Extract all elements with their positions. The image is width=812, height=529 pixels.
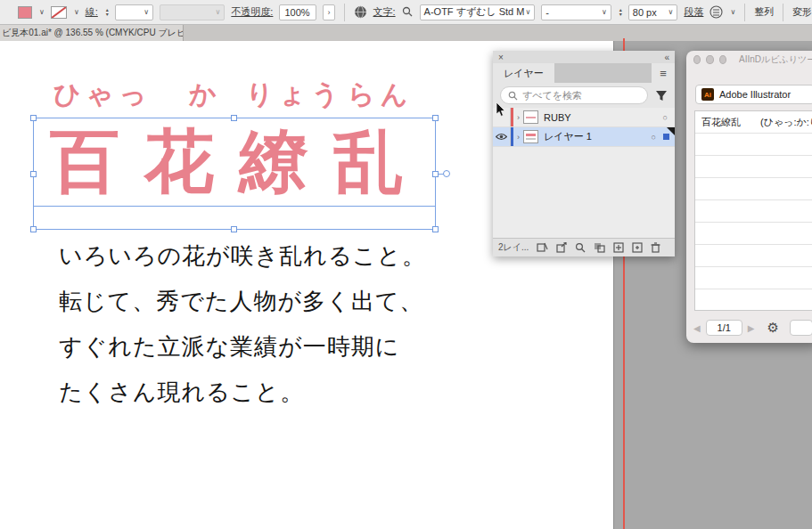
selection-handle[interactable] bbox=[231, 115, 237, 121]
selection-handle[interactable] bbox=[30, 115, 37, 121]
ruby-segment: ひゃっ bbox=[53, 77, 152, 113]
paragraph-align-icon[interactable] bbox=[709, 5, 723, 19]
stepper-down-icon[interactable]: ▾ bbox=[106, 12, 109, 17]
ruby-word-row[interactable]: 百花繚乱 (ひゃっ:か:り bbox=[695, 111, 812, 134]
release-to-layers-icon[interactable] bbox=[556, 242, 567, 253]
font-size-value: 80 px bbox=[633, 7, 657, 18]
font-search-icon[interactable] bbox=[402, 6, 414, 18]
locate-object-icon[interactable] bbox=[575, 242, 586, 253]
stroke-color-swatch[interactable] bbox=[51, 6, 67, 19]
selection-handle[interactable] bbox=[432, 171, 439, 177]
selection-handle[interactable] bbox=[30, 171, 37, 177]
ruby-word-list[interactable]: 百花繚乱 (ひゃっ:か:り bbox=[694, 110, 812, 311]
align-label[interactable]: 整列 bbox=[754, 5, 774, 19]
zoom-traffic-light[interactable] bbox=[719, 55, 726, 64]
opacity-label[interactable]: 不透明度: bbox=[231, 5, 273, 19]
ruby-word-row[interactable] bbox=[695, 156, 812, 178]
app-selector-value: Adobe Illustrator bbox=[719, 89, 791, 100]
layer-name[interactable]: レイヤー 1 bbox=[544, 130, 592, 143]
stroke-width-stepper[interactable]: ▴ ▾ bbox=[106, 8, 109, 17]
opacity-expand-button[interactable]: › bbox=[323, 4, 334, 20]
app-selector-combo[interactable]: Ai Adobe Illustrator bbox=[695, 85, 812, 104]
tab-layers[interactable]: レイヤー bbox=[493, 63, 554, 83]
trash-icon[interactable] bbox=[651, 242, 660, 253]
new-layer-icon[interactable] bbox=[632, 242, 643, 253]
fill-chevron-icon[interactable]: ∨ bbox=[39, 8, 45, 16]
font-size-combo[interactable]: 80 px ∨ bbox=[628, 4, 678, 20]
font-style-combo[interactable]: - ∨ bbox=[541, 4, 611, 20]
layer-thumbnail bbox=[523, 110, 538, 124]
expand-arrow-icon[interactable]: › bbox=[517, 113, 520, 122]
stroke-width-chevron-icon[interactable]: ∨ bbox=[144, 8, 149, 16]
eye-icon bbox=[496, 133, 507, 141]
ruby-word-row[interactable] bbox=[695, 245, 812, 267]
layers-search-input[interactable]: すべてを検索 bbox=[500, 86, 648, 104]
text-outport-icon[interactable] bbox=[443, 170, 450, 177]
paragraph-label[interactable]: 段落 bbox=[684, 5, 703, 19]
ruby-tool-window: AIInDルビふりツール v Ai Adobe Illustrator 百花繚乱… bbox=[686, 51, 812, 343]
new-sublayer-icon[interactable] bbox=[613, 242, 624, 253]
layer-row-ruby[interactable]: › RUBY ○ bbox=[493, 108, 675, 127]
gear-icon[interactable]: ⚙ bbox=[767, 320, 779, 336]
opacity-field[interactable]: 100% bbox=[279, 4, 316, 20]
target-circle-icon[interactable]: ○ bbox=[663, 113, 668, 122]
document-title: ビ見本01.ai* @ 136.55 % (CMYK/CPU プレビュー) bbox=[2, 27, 184, 39]
filter-funnel-icon[interactable] bbox=[655, 90, 668, 102]
stroke-label[interactable]: 線: bbox=[86, 5, 98, 19]
layer-row-layer1[interactable]: › レイヤー 1 ○ bbox=[493, 127, 675, 147]
font-style-chevron-icon[interactable]: ∨ bbox=[602, 8, 607, 16]
collect-for-export-icon[interactable] bbox=[537, 242, 548, 253]
page-indicator-field[interactable]: 1/1 bbox=[706, 320, 742, 336]
toolbar-divider bbox=[744, 4, 745, 21]
layer-name[interactable]: RUBY bbox=[544, 112, 571, 123]
ruby-word-row[interactable] bbox=[695, 134, 812, 156]
visibility-toggle[interactable] bbox=[493, 127, 511, 146]
layers-panel-footer: 2レイ... bbox=[493, 238, 675, 256]
font-family-chevron-icon[interactable]: ∨ bbox=[525, 8, 530, 16]
document-tab[interactable]: ビ見本01.ai* @ 136.55 % (CMYK/CPU プレビュー) bbox=[0, 25, 184, 41]
search-icon bbox=[508, 91, 518, 101]
stepper-down-icon[interactable]: ▾ bbox=[619, 12, 622, 17]
selection-handle[interactable] bbox=[30, 226, 37, 232]
fill-color-swatch[interactable] bbox=[18, 6, 32, 19]
ruby-word-row[interactable] bbox=[695, 289, 812, 312]
footer-partial-field[interactable] bbox=[790, 320, 812, 336]
font-family-combo[interactable]: A-OTF すずむし Std M ∨ bbox=[420, 4, 536, 20]
text-baseline-path bbox=[33, 206, 436, 207]
layers-panel-header: × « bbox=[493, 51, 675, 63]
ruby-word-row[interactable] bbox=[695, 200, 812, 223]
ruby-tool-footer: ◀ 1/1 ▶ ⚙ bbox=[686, 316, 812, 339]
prev-page-icon[interactable]: ◀ bbox=[693, 323, 701, 333]
selection-handle[interactable] bbox=[432, 115, 439, 121]
character-label[interactable]: 文字: bbox=[373, 5, 396, 19]
ruby-word-row[interactable] bbox=[695, 223, 812, 245]
minimize-traffic-light[interactable] bbox=[706, 55, 713, 64]
selection-handle[interactable] bbox=[231, 226, 237, 232]
transform-label[interactable]: 変形 bbox=[792, 5, 812, 19]
close-icon[interactable]: × bbox=[498, 53, 504, 62]
target-circle-icon[interactable]: ○ bbox=[652, 133, 656, 142]
ruby-tool-titlebar[interactable]: AIInDルビふりツール v bbox=[686, 51, 812, 69]
search-placeholder: すべてを検索 bbox=[522, 89, 582, 102]
globe-icon[interactable] bbox=[354, 5, 367, 19]
stroke-width-combo[interactable]: ∨ bbox=[115, 4, 153, 20]
expand-arrow-icon[interactable]: › bbox=[517, 133, 520, 142]
font-size-chevron-icon[interactable]: ∨ bbox=[668, 8, 674, 16]
variable-width-combo[interactable]: ∨ bbox=[160, 4, 225, 20]
panel-menu-icon[interactable]: ≡ bbox=[652, 63, 675, 83]
paragraph-chevron-icon[interactable]: ∨ bbox=[730, 8, 735, 16]
collapse-icon[interactable]: « bbox=[664, 53, 669, 62]
stroke-chevron-icon[interactable]: ∨ bbox=[74, 8, 79, 16]
clipping-mask-icon[interactable] bbox=[594, 242, 605, 253]
ruby-word-row[interactable] bbox=[695, 178, 812, 200]
ruby-segment: りょう bbox=[246, 77, 344, 113]
document-tab-bar: ビ見本01.ai* @ 136.55 % (CMYK/CPU プレビュー) bbox=[0, 25, 812, 41]
body-paragraph[interactable]: いろいろの花が咲き乱れること。 転じて、秀でた人物が多く出て、 すぐれた立派な業… bbox=[59, 233, 426, 415]
next-page-icon[interactable]: ▶ bbox=[748, 323, 755, 333]
font-size-stepper[interactable]: ▴ ▾ bbox=[619, 8, 622, 17]
layer-count: 2レイ... bbox=[498, 241, 529, 254]
selection-bounding-box[interactable] bbox=[33, 118, 436, 230]
ruby-word-row[interactable] bbox=[695, 267, 812, 289]
close-traffic-light[interactable] bbox=[693, 55, 701, 64]
selection-handle[interactable] bbox=[432, 226, 439, 232]
